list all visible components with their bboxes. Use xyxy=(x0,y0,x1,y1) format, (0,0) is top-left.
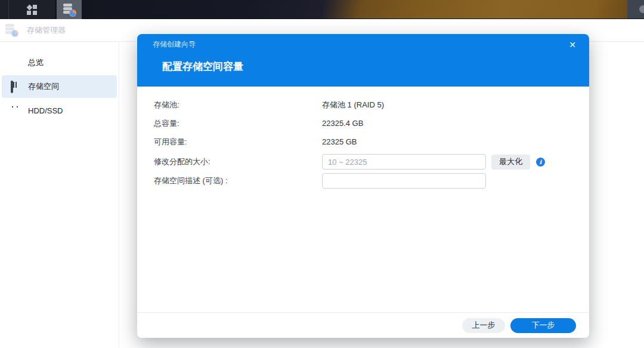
form-row-description: 存储空间描述 (可选) : xyxy=(154,173,572,189)
storage-creation-wizard-dialog: 存储创建向导 ✕ 配置存储空间容量 存储池: 存储池 1 (RAID 5) 总容… xyxy=(137,34,589,338)
field-value: 22325 GB xyxy=(322,137,357,146)
storage-manager-icon xyxy=(5,24,17,36)
dialog-body: 存储池: 存储池 1 (RAID 5) 总容量: 22325.4 GB 可用容量… xyxy=(137,87,589,312)
disk-icon xyxy=(11,106,21,116)
sidebar-item-label: 总览 xyxy=(28,57,44,68)
info-icon[interactable]: i xyxy=(536,158,545,167)
form-row-available-capacity: 可用容量: 22325 GB xyxy=(154,135,572,148)
field-value: 22325.4 GB xyxy=(322,119,363,128)
close-icon[interactable]: ✕ xyxy=(566,38,579,51)
form-row-pool: 存储池: 存储池 1 (RAID 5) xyxy=(154,98,572,111)
description-input[interactable] xyxy=(322,173,486,189)
field-value: 存储池 1 (RAID 5) xyxy=(322,100,384,110)
dialog-footer: 上一步 下一步 xyxy=(137,312,589,338)
sidebar: 总览 存储空间 HDD/SSD xyxy=(0,42,119,348)
sidebar-item-overview[interactable]: 总览 xyxy=(2,51,117,74)
window-title: 存储管理器 xyxy=(27,25,66,36)
form-row-total-capacity: 总容量: 22325.4 GB xyxy=(154,117,572,130)
allocated-size-input[interactable] xyxy=(322,154,486,170)
dialog-title: 存储创建向导 xyxy=(153,39,196,50)
overview-icon xyxy=(11,58,21,68)
maximize-button[interactable]: 最大化 xyxy=(491,155,530,170)
field-label: 存储空间描述 (可选) : xyxy=(154,175,322,186)
step-title: 配置存储空间容量 xyxy=(162,60,243,73)
sidebar-item-label: 存储空间 xyxy=(28,81,59,92)
field-label: 存储池: xyxy=(154,100,322,110)
sidebar-item-hdd-ssd[interactable]: HDD/SSD xyxy=(2,99,117,122)
app-launcher-grid-icon xyxy=(27,5,37,15)
main-menu-button[interactable] xyxy=(9,0,55,19)
sidebar-item-storage-space[interactable]: 存储空间 xyxy=(2,75,117,98)
field-label: 修改分配的大小: xyxy=(154,156,322,167)
dialog-header: 存储创建向导 ✕ 配置存储空间容量 xyxy=(137,34,589,87)
desktop-taskbar xyxy=(0,0,644,19)
widget-circle-icon xyxy=(639,5,644,13)
field-label: 总容量: xyxy=(154,118,322,129)
back-button[interactable]: 上一步 xyxy=(462,318,505,333)
taskbar-right-widget[interactable] xyxy=(627,0,644,19)
next-button[interactable]: 下一步 xyxy=(510,318,576,333)
field-label: 可用容量: xyxy=(154,137,322,147)
storage-manager-icon xyxy=(63,4,75,16)
form-row-allocated-size: 修改分配的大小: 最大化 i xyxy=(154,154,572,170)
volume-icon xyxy=(11,82,21,92)
taskbar-storage-manager-button[interactable] xyxy=(57,0,82,19)
sidebar-item-label: HDD/SSD xyxy=(28,106,63,115)
